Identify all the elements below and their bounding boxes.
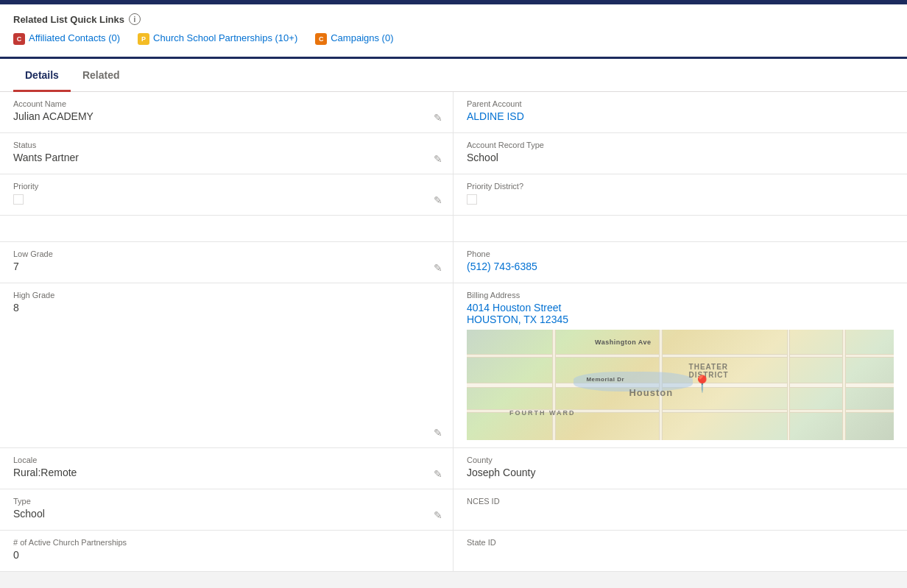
- type-label: Type: [13, 497, 440, 506]
- locale-value: Rural:Remote: [13, 467, 440, 478]
- locale-edit-icon[interactable]: ✎: [434, 468, 442, 480]
- account-record-type-value: School: [467, 152, 894, 163]
- high-grade-label: High Grade: [13, 291, 440, 300]
- details-content: Account Name Julian ACADEMY ✎ Parent Acc…: [0, 92, 907, 572]
- main-content: Details Related Account Name Julian ACAD…: [0, 59, 907, 572]
- campaigns-link[interactable]: Campaigns (0): [331, 32, 393, 45]
- priority-label: Priority: [13, 182, 440, 191]
- map-pin: 📍: [692, 376, 712, 392]
- priority-edit-icon[interactable]: ✎: [434, 194, 442, 206]
- state-id-label: State ID: [467, 538, 894, 547]
- status-edit-icon[interactable]: ✎: [434, 153, 442, 165]
- spacer-left-1: [0, 216, 454, 242]
- campaigns-icon: C: [315, 33, 327, 45]
- low-grade-value: 7: [13, 261, 440, 272]
- low-grade-edit-icon[interactable]: ✎: [434, 262, 442, 274]
- info-icon[interactable]: i: [129, 13, 141, 25]
- quick-link-church-school-partnerships: P Church School Partnerships (10+): [138, 32, 297, 45]
- high-grade-value: 8: [13, 302, 440, 314]
- high-grade-field: High Grade 8 ✎: [0, 283, 454, 448]
- type-value: School: [13, 508, 440, 520]
- parent-account-label: Parent Account: [467, 99, 894, 108]
- account-name-value: Julian ACADEMY: [13, 110, 440, 122]
- active-partnerships-value: 0: [13, 549, 440, 561]
- active-partnerships-label: # of Active Church Partnerships: [13, 538, 440, 547]
- map-washington-label: Washington Ave: [595, 339, 652, 346]
- fields-grid: Account Name Julian ACADEMY ✎ Parent Acc…: [0, 92, 907, 572]
- quick-links-panel: Related List Quick Links i C Affiliated …: [0, 4, 907, 59]
- phone-field: Phone (512) 743-6385: [454, 242, 907, 283]
- account-name-label: Account Name: [13, 99, 440, 108]
- county-value: Joseph County: [467, 467, 894, 478]
- quick-link-campaigns: C Campaigns (0): [315, 32, 393, 45]
- quick-links-title: Related List Quick Links i: [13, 13, 894, 25]
- affiliated-contacts-link[interactable]: Affiliated Contacts (0): [29, 32, 120, 45]
- status-value: Wants Partner: [13, 152, 440, 163]
- priority-district-field: Priority District?: [454, 174, 907, 216]
- affiliated-contacts-icon: C: [13, 33, 25, 45]
- quick-links-heading: Related List Quick Links: [13, 14, 124, 25]
- low-grade-field: Low Grade 7 ✎: [0, 242, 454, 283]
- nces-id-field: NCES ID: [454, 489, 907, 531]
- phone-value[interactable]: (512) 743-6385: [467, 261, 894, 272]
- tabs-bar: Details Related: [0, 59, 907, 92]
- tab-details[interactable]: Details: [13, 59, 71, 92]
- billing-address-line1[interactable]: 4014 Houston Street: [467, 302, 894, 314]
- account-name-edit-icon[interactable]: ✎: [434, 112, 442, 124]
- tab-related[interactable]: Related: [71, 59, 132, 92]
- state-id-field: State ID: [454, 531, 907, 572]
- status-field: Status Wants Partner ✎: [0, 133, 454, 174]
- type-field: Type School ✎: [0, 489, 454, 531]
- map-bg: Washington Ave Memorial Dr THEATERDISTRI…: [467, 330, 894, 440]
- parent-account-value[interactable]: ALDINE ISD: [467, 110, 894, 122]
- status-label: Status: [13, 141, 440, 149]
- account-record-type-field: Account Record Type School: [454, 133, 907, 174]
- priority-field: Priority ✎: [0, 174, 454, 216]
- account-name-field: Account Name Julian ACADEMY ✎: [0, 92, 454, 133]
- county-field: County Joseph County: [454, 448, 907, 489]
- spacer-right-1: [454, 216, 907, 242]
- map-memorial-label: Memorial Dr: [586, 376, 624, 383]
- nces-id-label: NCES ID: [467, 497, 894, 506]
- billing-address-line2[interactable]: HOUSTON, TX 12345: [467, 314, 894, 325]
- quick-link-affiliated-contacts: C Affiliated Contacts (0): [13, 32, 120, 45]
- county-label: County: [467, 456, 894, 464]
- map-houston-label: Houston: [629, 387, 673, 398]
- phone-label: Phone: [467, 249, 894, 258]
- church-school-icon: P: [138, 33, 149, 45]
- billing-address-label: Billing Address: [467, 291, 894, 300]
- locale-label: Locale: [13, 456, 440, 464]
- church-school-partnerships-link[interactable]: Church School Partnerships (10+): [153, 32, 297, 45]
- map-fourth-ward-label: FOURTH WARD: [509, 409, 576, 417]
- map-container[interactable]: Washington Ave Memorial Dr THEATERDISTRI…: [467, 330, 894, 440]
- account-record-type-label: Account Record Type: [467, 141, 894, 149]
- priority-checkbox[interactable]: [13, 194, 24, 205]
- quick-links-list: C Affiliated Contacts (0) P Church Schoo…: [13, 32, 894, 45]
- high-grade-edit-icon[interactable]: ✎: [434, 427, 442, 439]
- type-edit-icon[interactable]: ✎: [434, 509, 442, 521]
- priority-district-checkbox[interactable]: [467, 194, 477, 205]
- low-grade-label: Low Grade: [13, 249, 440, 258]
- billing-address-field: Billing Address 4014 Houston Street HOUS…: [454, 283, 907, 448]
- active-partnerships-field: # of Active Church Partnerships 0: [0, 531, 454, 572]
- locale-field: Locale Rural:Remote ✎: [0, 448, 454, 489]
- priority-district-label: Priority District?: [467, 182, 894, 191]
- parent-account-field: Parent Account ALDINE ISD: [454, 92, 907, 133]
